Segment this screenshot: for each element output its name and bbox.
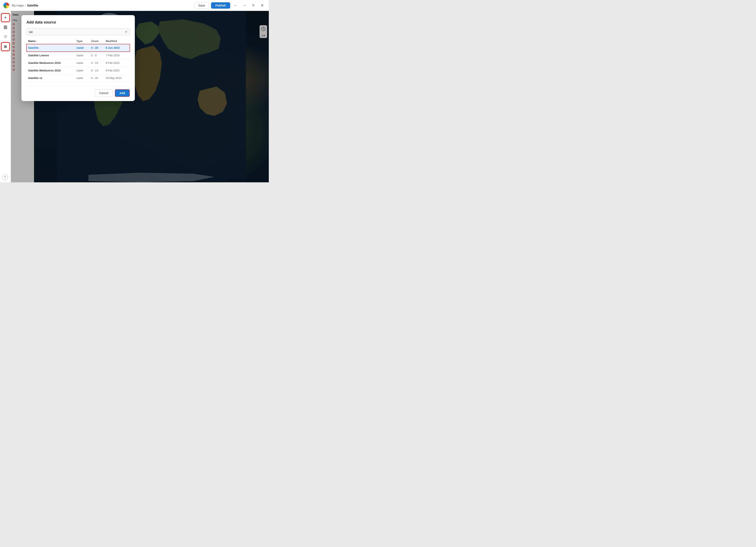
search-input[interactable] [29,30,125,34]
help-button[interactable]: ? [2,174,8,180]
menu-button[interactable]: ≡ [250,2,257,9]
breadcrumb-parent[interactable]: My maps [12,4,24,7]
table-row[interactable]: Satelliteraster0 - 206 Jun 2023 [26,44,130,52]
row-zoom: 0 - 13 [89,67,104,74]
row-type: raster [75,74,89,82]
table-row[interactable]: Satellite v1raster0 - 2029 May 2023 [26,74,130,82]
modal-title: Add data source [26,20,130,25]
back-button[interactable]: ← [232,2,239,9]
row-zoom: 0 - 20 [89,74,104,82]
filter-icon [3,35,8,39]
svg-rect-2 [4,28,7,29]
breadcrumb: My maps / Satellite [12,4,38,7]
svg-rect-0 [4,26,7,26]
modal-overlay[interactable]: Add data source ✕ Name ↓ Type Zoom Modif… [11,11,269,182]
row-modified: 9 Feb 2023 [104,67,130,74]
col-header-modified[interactable]: Modified [104,38,130,44]
extensions-button[interactable] [1,42,10,51]
save-button[interactable]: Save [194,2,209,9]
add-button[interactable]: Add [115,89,130,97]
breadcrumb-current: Satellite [27,4,38,7]
table-header-row: Name ↓ Type Zoom Modified [26,38,130,44]
data-source-table: Name ↓ Type Zoom Modified Satelliteraste… [26,38,130,82]
row-name: Satellite Mediumres 2016 [26,59,75,67]
app-logo [3,3,9,8]
row-name: Satellite v1 [26,74,75,82]
add-data-source-modal: Add data source ✕ Name ↓ Type Zoom Modif… [21,15,135,101]
col-header-name[interactable]: Name ↓ [26,38,75,44]
row-modified: 29 May 2023 [104,74,130,82]
col-header-type[interactable]: Type [75,38,89,44]
modal-footer: Cancel Add [26,86,130,97]
row-name: Satellite Mediumres 2018 [26,67,75,74]
col-header-zoom[interactable]: Zoom [89,38,104,44]
publish-button[interactable]: Publish [211,2,230,9]
filter-button[interactable] [1,33,10,41]
forward-button[interactable]: → [241,2,248,9]
table-row[interactable]: Satellite Mediumres 2018raster0 - 139 Fe… [26,67,130,74]
cancel-button[interactable]: Cancel [95,89,113,97]
row-name: Satellite [26,44,75,52]
row-zoom: 0 - 5 [89,52,104,59]
row-name: Satellite Lowres [26,52,75,59]
svg-rect-1 [4,27,7,28]
search-bar: ✕ [26,28,130,35]
add-layer-button[interactable]: + [1,13,10,22]
left-sidebar: + [0,11,11,182]
table-row[interactable]: Satellite Lowresraster0 - 57 Feb 2019 [26,52,130,59]
puzzle-icon [3,45,8,49]
row-zoom: 0 - 20 [89,44,104,52]
close-button[interactable]: ✕ [259,2,265,9]
topbar-actions: Save Publish ← → ≡ ✕ [194,2,265,9]
topbar: My maps / Satellite Save Publish ← → ≡ ✕ [0,0,269,11]
layers-button[interactable] [1,23,10,32]
row-modified: 9 Feb 2023 [104,59,130,67]
row-modified: 6 Jun 2023 [104,44,130,52]
row-zoom: 0 - 13 [89,59,104,67]
search-clear-button[interactable]: ✕ [125,30,127,34]
row-type: raster [75,52,89,59]
row-type: raster [75,44,89,52]
table-row[interactable]: Satellite Mediumres 2016raster0 - 139 Fe… [26,59,130,67]
row-type: raster [75,67,89,74]
layers-icon [3,25,8,29]
breadcrumb-sep: / [25,4,26,7]
row-modified: 7 Feb 2019 [104,52,130,59]
row-type: raster [75,59,89,67]
